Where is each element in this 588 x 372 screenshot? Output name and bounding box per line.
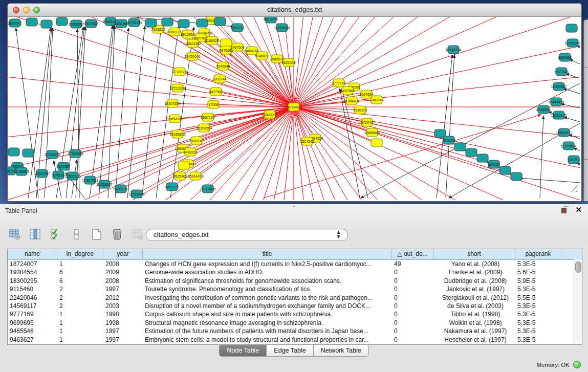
new-table-icon[interactable]	[90, 228, 103, 241]
graph-node[interactable]: 7857223	[230, 24, 244, 32]
black-edge[interactable]	[519, 178, 580, 183]
table-row[interactable]: 977716911998Corpus callosum shape and si…	[8, 310, 582, 318]
cell-in-degree[interactable]: 1	[57, 336, 103, 344]
cell-title[interactable]: Investigating the contribution of common…	[143, 294, 392, 302]
graph-node[interactable]: 1527602	[84, 19, 98, 28]
graph-node[interactable]	[178, 162, 189, 170]
graph-node[interactable]: 10653287	[68, 20, 84, 28]
cell-title[interactable]: Embryonic stem cells: a model to study s…	[143, 336, 392, 344]
column-header-pagerank[interactable]: pagerank	[515, 249, 561, 259]
cell-title[interactable]: Estimation of significance thresholds fo…	[143, 277, 392, 285]
graph-node[interactable]: 17359928	[67, 149, 83, 158]
black-edge[interactable]	[361, 83, 580, 198]
graph-node[interactable]: 9227343	[554, 68, 568, 76]
graph-node[interactable]: 887835	[190, 137, 202, 145]
red-edge[interactable]	[294, 17, 580, 107]
cell-year[interactable]: 1997	[103, 285, 143, 293]
cell-pagerank[interactable]: 5.3E-5	[515, 327, 561, 335]
graph-node[interactable]: 114519	[53, 171, 64, 179]
cell-pagerank[interactable]: 5.5E-5	[515, 294, 561, 302]
graph-node[interactable]: 18107554	[164, 99, 180, 107]
column-header-out-de-[interactable]: △ out_de...	[392, 249, 433, 259]
cell-year[interactable]: 1997	[103, 336, 143, 344]
graph-node[interactable]: 15751074	[564, 39, 580, 47]
black-edge[interactable]	[564, 117, 580, 122]
graph-node[interactable]: 16958107	[96, 180, 112, 188]
column-header-title[interactable]: title	[143, 249, 392, 259]
graph-node[interactable]: 8427552	[209, 87, 223, 96]
cell-short[interactable]: de Silva et al. (2003)	[433, 302, 515, 310]
cell-name[interactable]: 22420046	[8, 294, 57, 302]
black-edge[interactable]	[127, 26, 145, 198]
table-row[interactable]: 2242004622012Investigating the contribut…	[8, 294, 582, 302]
cell-title[interactable]: Estimation of the future numbers of pati…	[143, 327, 392, 335]
cell-short[interactable]: Hescheler et al. (1997)	[433, 336, 515, 344]
column-header-year[interactable]: year	[103, 249, 143, 259]
table-row[interactable]: 946362711997Embryonic stem cells: a mode…	[8, 336, 582, 344]
cell-out-de-[interactable]: 0	[392, 310, 433, 318]
cell-short[interactable]: Dudbridge et al. (2008)	[433, 277, 515, 285]
graph-node[interactable]: 9242848	[216, 62, 230, 70]
graph-node[interactable]: 15692071	[556, 128, 572, 137]
window-titlebar[interactable]: citations_edges.txt	[8, 4, 581, 17]
cell-out-de-[interactable]: 0	[392, 302, 433, 310]
cell-short[interactable]: Nakamura et al. (1997)	[433, 327, 515, 335]
cell-short[interactable]: Tibbo et al. (1998)	[433, 310, 515, 318]
cell-name[interactable]: 9699695	[8, 319, 57, 327]
cell-in-degree[interactable]: 6	[57, 268, 103, 276]
column-select-icon[interactable]	[49, 228, 62, 241]
graph-node[interactable]: 8860128	[167, 28, 181, 36]
float-panel-icon[interactable]	[561, 206, 569, 213]
cell-pagerank[interactable]: 5.3E-5	[515, 285, 561, 293]
red-edge[interactable]	[294, 17, 580, 107]
cell-year[interactable]: 1998	[103, 319, 143, 327]
red-edge[interactable]	[220, 79, 294, 107]
graph-node[interactable]: 1080748	[369, 96, 383, 104]
cell-in-degree[interactable]: 2	[57, 294, 103, 302]
network-canvas[interactable]: 8860128766382289129542322605898275081654…	[8, 17, 580, 200]
red-edge[interactable]	[294, 107, 516, 177]
table-row[interactable]: 1456911722003Disruption of a novel membe…	[8, 302, 582, 310]
cell-name[interactable]: 19384554	[8, 268, 57, 276]
black-edge[interactable]	[115, 28, 128, 198]
graph-node[interactable]: 16648784	[445, 46, 461, 54]
graph-node[interactable]: 19654985	[167, 115, 183, 123]
cell-year[interactable]: 2008	[103, 260, 143, 268]
cell-in-degree[interactable]: 1	[57, 260, 103, 268]
red-edge[interactable]	[294, 17, 580, 107]
cell-pagerank[interactable]: 5.3E-5	[515, 336, 561, 344]
graph-node[interactable]: 9857771	[165, 183, 179, 191]
graph-node[interactable]	[197, 19, 208, 27]
black-edge[interactable]	[570, 59, 580, 64]
cell-in-degree[interactable]: 1	[57, 327, 103, 335]
red-edge[interactable]	[294, 107, 515, 200]
graph-node[interactable]	[499, 166, 511, 174]
cell-short[interactable]: Franke et al. (2009)	[433, 268, 515, 276]
graph-node[interactable]	[41, 20, 52, 28]
cell-year[interactable]: 2012	[103, 294, 143, 302]
red-edge[interactable]	[294, 17, 580, 107]
graph-node[interactable]: 8912954	[181, 30, 194, 38]
import-table-icon[interactable]	[131, 228, 144, 241]
graph-node[interactable]: 20206576	[44, 150, 60, 159]
graph-node[interactable]: 116753	[568, 156, 580, 164]
red-edge[interactable]	[72, 17, 294, 107]
graph-node[interactable]: 10719135	[126, 18, 142, 27]
table-row[interactable]: 911546021997Tourette syndrome. Phenomeno…	[8, 285, 582, 293]
cell-title[interactable]: Changes of HCN gene expression and I(f) …	[143, 260, 392, 268]
close-panel-icon[interactable]: ✕	[575, 206, 582, 213]
tab-edge-table[interactable]: Edge Table	[267, 345, 313, 356]
cell-out-de-[interactable]: 0	[392, 268, 433, 276]
cell-pagerank[interactable]: 5.6E-5	[515, 268, 561, 276]
black-edge[interactable]	[563, 89, 580, 94]
graph-node[interactable]: 9146821	[255, 52, 269, 60]
graph-node[interactable]: 15720407	[359, 118, 375, 126]
graph-node[interactable]: 9897587	[56, 162, 70, 170]
scrollbar-thumb[interactable]	[575, 261, 581, 273]
tab-network-table[interactable]: Network Table	[314, 345, 368, 356]
graph-node[interactable]: 12444415	[548, 98, 564, 106]
graph-node[interactable]	[8, 148, 19, 156]
cell-name[interactable]: 14569117	[8, 302, 57, 310]
cell-title[interactable]: Disruption of a novel member of a sodium…	[143, 302, 392, 310]
graph-node[interactable]	[26, 18, 37, 26]
